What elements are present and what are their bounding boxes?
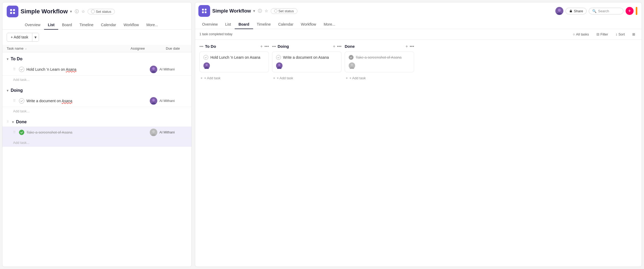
board-add-task-doing[interactable]: + + Add task <box>272 74 341 82</box>
search-icon: 🔍 <box>592 9 596 13</box>
task-checkbox-done-1[interactable] <box>19 130 24 135</box>
grid-view-btn[interactable]: ⊞ <box>630 31 637 37</box>
svg-rect-0 <box>10 9 12 11</box>
section-todo-title: To Do <box>11 57 22 61</box>
filter-btn[interactable]: ⊟ Filter <box>594 31 610 37</box>
add-task-todo[interactable]: Add task... <box>2 76 191 84</box>
filter-icon[interactable]: ⌄ <box>25 46 27 50</box>
right-tab-more[interactable]: More... <box>320 20 339 29</box>
app-icon-right[interactable] <box>198 5 210 17</box>
search-box[interactable]: 🔍 Search <box>589 8 623 14</box>
board-add-task-icon-done: + <box>346 76 348 80</box>
section-todo-header[interactable]: ▾ To Do <box>2 52 191 64</box>
tab-calendar[interactable]: Calendar <box>97 21 120 30</box>
right-star-icon[interactable]: ☆ <box>265 9 268 13</box>
board-add-task-todo[interactable]: + + Add task <box>199 74 269 82</box>
info-icon[interactable]: ⓘ <box>75 9 79 14</box>
tab-timeline[interactable]: Timeline <box>76 21 97 30</box>
right-header-title-row: Simple Workflow ▾ ⓘ ☆ Set status <box>212 8 553 14</box>
add-task-done[interactable]: Add task... <box>2 139 191 147</box>
add-task-main-btn[interactable]: + Add task <box>7 33 32 41</box>
share-label: Share <box>574 9 583 13</box>
right-tab-workflow[interactable]: Workflow <box>297 20 320 29</box>
table-row: ⠿ Take a screenshot of Asana Al Mithani <box>2 126 191 139</box>
right-toolbar: 1 task completed today ○ All tasks ⊟ Fil… <box>195 29 642 40</box>
col-menu-icon-doing[interactable]: ••• <box>272 44 276 49</box>
all-tasks-label: All tasks <box>576 32 589 36</box>
right-header-actions: Share 🔍 Search + <box>555 7 637 15</box>
task-name-header-label: Task name <box>7 46 23 50</box>
section-doing-header[interactable]: ▾ Doing <box>2 84 191 95</box>
add-task-chevron-icon[interactable]: ▾ <box>32 33 39 41</box>
board-add-task-label-doing: + Add task <box>277 76 293 80</box>
assignee-name-done-1: Al Mithani <box>159 130 175 134</box>
col-menu-icon-todo[interactable]: ••• <box>199 44 203 49</box>
tab-more[interactable]: More... <box>143 21 162 30</box>
right-tab-board[interactable]: Board <box>235 20 253 29</box>
board-card-todo-1: Hold Lunch 'n Learn on Asana <box>199 52 269 72</box>
left-header-title-row: Simple Workflow ▾ ⓘ ☆ Set status <box>21 8 187 15</box>
section-done: ⠿ ▾ Done ⠿ Take a screenshot of Asana <box>2 115 191 147</box>
all-tasks-btn[interactable]: ○ All tasks <box>571 31 591 37</box>
svg-rect-1 <box>13 9 15 11</box>
add-task-button[interactable]: + Add task ▾ <box>7 33 39 42</box>
drag-handle-icon[interactable]: ⠿ <box>13 99 16 103</box>
board-add-task-done[interactable]: + + Add task <box>345 74 414 82</box>
task-checkbox-todo-1[interactable] <box>19 67 24 72</box>
assignee-name-todo-1: Al Mithani <box>159 67 175 71</box>
star-icon[interactable]: ☆ <box>81 9 85 14</box>
board-col-add-icon-done[interactable]: + <box>406 44 408 49</box>
grid-view-icon: ⊞ <box>632 32 635 36</box>
board-card-done-1: Take a screenshot of Asana <box>345 52 414 72</box>
app-icon-left[interactable] <box>7 6 18 17</box>
right-tab-calendar[interactable]: Calendar <box>274 20 297 29</box>
board-task-checkbox-todo-1[interactable] <box>203 55 208 60</box>
section-collapse-icon-doing[interactable]: ▾ <box>7 88 9 93</box>
board-col-more-icon-doing[interactable]: ••• <box>337 44 341 49</box>
board-col-add-icon-todo[interactable]: + <box>260 44 263 49</box>
set-status-button[interactable]: Set status <box>88 9 115 14</box>
th-due-date: Due date <box>166 46 187 50</box>
drag-handle-icon[interactable]: ⠿ <box>13 130 16 134</box>
tab-board[interactable]: Board <box>58 21 76 30</box>
add-button[interactable]: + <box>626 7 634 15</box>
board-task-checkbox-done-1[interactable] <box>349 55 354 60</box>
section-collapse-icon-done[interactable]: ▾ <box>12 120 14 124</box>
search-placeholder: Search <box>598 9 609 13</box>
tab-workflow[interactable]: Workflow <box>120 21 143 30</box>
board-col-title-todo: To Do <box>205 44 216 49</box>
sort-btn[interactable]: ↕ Sort <box>614 31 627 37</box>
underline-asana-1: Asana <box>66 67 76 72</box>
dropdown-icon[interactable]: ▾ <box>70 9 72 14</box>
lock-icon <box>569 9 573 13</box>
board-col-add-icon-doing[interactable]: + <box>333 44 335 49</box>
section-done-header[interactable]: ⠿ ▾ Done <box>2 115 191 126</box>
right-tab-timeline[interactable]: Timeline <box>253 20 274 29</box>
board-col-more-icon-done[interactable]: ••• <box>410 44 414 49</box>
right-tab-list[interactable]: List <box>221 20 235 29</box>
right-info-icon[interactable]: ⓘ <box>258 9 262 14</box>
drag-handle-icon[interactable]: ⠿ <box>13 67 16 71</box>
tab-list[interactable]: List <box>44 21 58 30</box>
add-task-doing[interactable]: Add task... <box>2 107 191 115</box>
task-checkbox-doing-1[interactable] <box>19 98 24 104</box>
all-tasks-icon: ○ <box>573 32 575 36</box>
board-card-task-todo-1: Hold Lunch 'n Learn on Asana <box>203 55 265 60</box>
right-nav-tabs: Overview List Board Timeline Calendar Wo… <box>195 18 642 29</box>
right-set-status-button[interactable]: Set status <box>271 8 297 14</box>
board-col-more-icon-todo[interactable]: ••• <box>264 44 269 49</box>
tab-overview[interactable]: Overview <box>21 21 44 30</box>
right-dropdown-icon[interactable]: ▾ <box>253 9 255 13</box>
share-button[interactable]: Share <box>566 8 587 14</box>
svg-rect-15 <box>202 11 204 13</box>
drag-handle-section-icon[interactable]: ⠿ <box>7 120 9 124</box>
svg-point-11 <box>152 130 155 133</box>
underline-asana-2: Asana <box>62 99 72 103</box>
board-task-checkbox-doing-1[interactable] <box>276 55 281 60</box>
section-collapse-icon-todo[interactable]: ▾ <box>7 57 9 61</box>
task-name-done-1: Take a screenshot of Asana <box>26 130 148 134</box>
board-column-done: Done + ••• Take a screenshot of Asana <box>345 44 414 82</box>
svg-point-22 <box>206 64 208 66</box>
right-tab-overview[interactable]: Overview <box>198 20 221 29</box>
board-card-task-doing-1: Write a document on Asana <box>276 55 337 60</box>
